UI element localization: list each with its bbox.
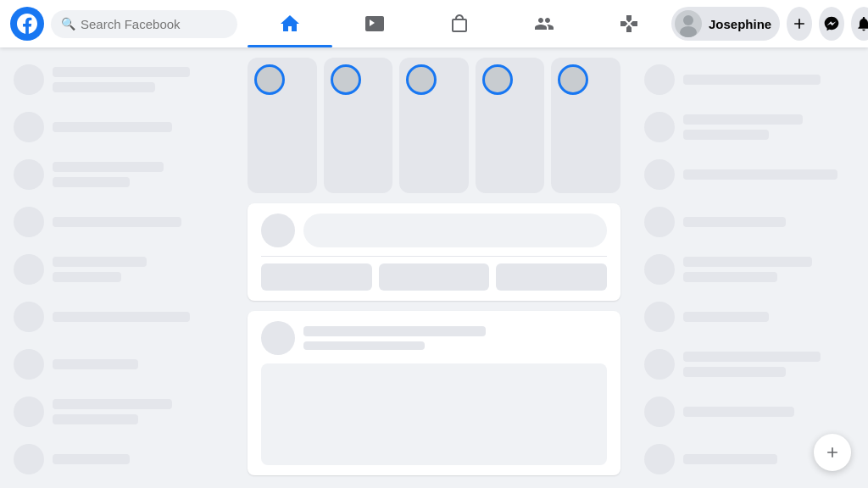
skeleton-avatar xyxy=(14,302,44,332)
skeleton-avatar xyxy=(14,159,44,190)
skeleton-lines xyxy=(683,407,854,417)
list-item[interactable] xyxy=(7,200,231,244)
skeleton-avatar xyxy=(14,64,44,95)
story-avatar xyxy=(558,64,588,95)
create-post-input[interactable] xyxy=(303,214,607,247)
skeleton-avatar xyxy=(14,396,44,427)
svg-point-1 xyxy=(680,26,697,37)
feed xyxy=(237,47,631,488)
post-card xyxy=(248,311,620,475)
create-post-top xyxy=(261,214,607,247)
add-button[interactable] xyxy=(787,7,812,41)
nav-groups-button[interactable] xyxy=(502,3,587,44)
story-card[interactable] xyxy=(324,58,393,193)
create-post-avatar xyxy=(261,214,295,247)
live-video-button[interactable] xyxy=(261,263,372,291)
list-item[interactable] xyxy=(7,295,231,339)
list-item[interactable] xyxy=(637,390,861,434)
nav-right: Josephine xyxy=(671,7,868,41)
photo-video-button[interactable] xyxy=(379,263,490,291)
list-item[interactable] xyxy=(637,152,861,197)
list-item[interactable] xyxy=(637,485,861,488)
list-item[interactable] xyxy=(7,437,231,481)
post-header xyxy=(261,321,607,355)
skeleton-avatar xyxy=(14,112,44,142)
feeling-activity-button[interactable] xyxy=(496,263,607,291)
skeleton-lines xyxy=(53,162,224,187)
skeleton-lines xyxy=(683,312,854,322)
skeleton-lines xyxy=(53,359,224,369)
nav-center xyxy=(248,3,671,44)
skeleton-lines xyxy=(683,169,854,180)
list-item[interactable] xyxy=(637,58,861,102)
create-post-actions xyxy=(261,263,607,291)
facebook-logo[interactable] xyxy=(10,7,44,41)
list-item[interactable] xyxy=(7,485,231,488)
skeleton-avatar xyxy=(644,444,675,474)
post-author-name xyxy=(303,326,486,336)
story-card[interactable] xyxy=(399,58,469,193)
skeleton-avatar xyxy=(14,349,44,380)
skeleton-lines xyxy=(53,399,224,424)
skeleton-avatar xyxy=(644,349,675,380)
create-post-card xyxy=(248,203,620,301)
skeleton-avatar xyxy=(644,112,675,142)
story-avatar xyxy=(406,64,437,95)
nav-watch-button[interactable] xyxy=(332,3,417,44)
skeleton-avatar xyxy=(644,207,675,237)
search-bar[interactable]: 🔍 xyxy=(51,10,237,38)
messenger-button[interactable] xyxy=(819,7,844,41)
list-item[interactable] xyxy=(7,58,231,102)
skeleton-avatar xyxy=(644,64,675,95)
list-item[interactable] xyxy=(7,105,231,149)
post-author-avatar xyxy=(261,321,295,355)
search-icon: 🔍 xyxy=(61,17,75,30)
user-avatar xyxy=(675,10,702,37)
list-item[interactable] xyxy=(7,342,231,386)
main-layout xyxy=(0,0,868,488)
story-avatar xyxy=(331,64,361,95)
skeleton-lines xyxy=(683,75,854,85)
skeleton-lines xyxy=(683,352,854,377)
user-pill[interactable]: Josephine xyxy=(671,7,780,41)
story-avatar xyxy=(254,64,285,95)
fab-create-button[interactable] xyxy=(814,434,851,471)
list-item[interactable] xyxy=(637,247,861,291)
list-item[interactable] xyxy=(637,105,861,149)
right-sidebar xyxy=(631,47,868,488)
story-card[interactable] xyxy=(551,58,620,193)
skeleton-lines xyxy=(53,257,224,282)
skeleton-lines xyxy=(53,67,224,92)
nav-marketplace-button[interactable] xyxy=(417,3,502,44)
left-sidebar xyxy=(0,47,237,488)
skeleton-lines xyxy=(53,454,224,464)
list-item[interactable] xyxy=(7,247,231,291)
post-body xyxy=(261,363,607,465)
nav-home-button[interactable] xyxy=(248,3,332,44)
search-input[interactable] xyxy=(81,17,227,31)
skeleton-avatar xyxy=(644,302,675,332)
notifications-button[interactable] xyxy=(851,7,868,41)
list-item[interactable] xyxy=(7,152,231,197)
user-name-label: Josephine xyxy=(709,17,771,31)
skeleton-lines xyxy=(53,217,224,227)
skeleton-avatar xyxy=(14,207,44,237)
navbar: 🔍 Josephine xyxy=(0,0,868,47)
skeleton-lines xyxy=(683,114,854,140)
skeleton-avatar xyxy=(644,254,675,285)
nav-gaming-button[interactable] xyxy=(587,3,671,44)
list-item[interactable] xyxy=(7,390,231,434)
skeleton-lines xyxy=(53,312,224,322)
svg-point-0 xyxy=(683,15,693,25)
story-card[interactable] xyxy=(476,58,545,193)
stories-row xyxy=(248,58,620,193)
skeleton-lines xyxy=(683,257,854,282)
post-meta xyxy=(303,326,607,350)
story-card[interactable] xyxy=(248,58,317,193)
list-item[interactable] xyxy=(637,295,861,339)
story-avatar xyxy=(482,64,513,95)
list-item[interactable] xyxy=(637,342,861,386)
skeleton-avatar xyxy=(644,159,675,190)
skeleton-avatar xyxy=(644,396,675,427)
list-item[interactable] xyxy=(637,200,861,244)
